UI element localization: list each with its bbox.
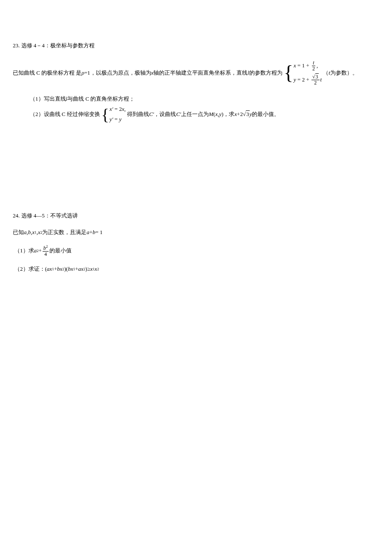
intro-text-d: （ — [323, 69, 329, 78]
problem-23-intro: 已知曲线 C 的极坐标方程 是 ρ =1，以极点为原点，极轴为 x 轴的正半轴建… — [13, 60, 379, 86]
p24-intro-b: 为正实数，且满足 — [42, 228, 86, 237]
q2-text-f: )，求 — [222, 110, 234, 119]
plus-sq: + — [39, 246, 42, 255]
intro-text-e: 为参数）。 — [330, 69, 358, 78]
p24-q2-a: （2）求证： — [14, 265, 45, 274]
intro-text-eq1: =1，以极点为原点，极轴为 — [84, 69, 151, 78]
comma-1: , — [317, 62, 318, 68]
t-var-2: t — [320, 76, 322, 83]
M-var: M — [209, 110, 213, 119]
sqrt3-body-1: 3 — [315, 73, 319, 80]
q2-text-c: ，设曲线 — [154, 110, 176, 119]
problem-24-q2: （2）求证： ( ax1 + bx2 ) ( bx1 + ax2 ) ≥ x1 … — [13, 265, 379, 274]
transform-eq-y: y′ = y — [110, 115, 126, 124]
frac-b2-4: b2 4 — [43, 245, 49, 257]
param-eq-y: y = 2 + √32t — [294, 74, 322, 86]
parametric-system: { x = 1 + t2, y = 2 + √32t — [284, 60, 322, 86]
yprime: y′ — [110, 116, 113, 122]
q2-text-g: 的最小值。 — [252, 110, 280, 119]
t-num: t — [313, 60, 314, 66]
yeq-text: = — [113, 116, 119, 122]
problem-24-intro: 已知 a, b, x1, x2 为正实数，且满足 a + b = 1 — [13, 228, 379, 237]
x-eq-text: = 1 + — [296, 62, 311, 68]
intro-text-b: 轴的正半轴建立平面直角坐标系，直线 — [153, 69, 248, 78]
two-den-1: 2 — [311, 66, 316, 72]
param-eq-x: x = 1 + t2, — [294, 60, 322, 72]
cond-eq1: = 1 — [95, 228, 103, 237]
sqrt3-2: √3 — [243, 110, 250, 119]
rhs-sub2: 2 — [97, 266, 99, 272]
problem-23-q2: （2）设曲线 C 经过伸缩变换 { x′ = 2x, y′ = y 得到曲线 C… — [13, 105, 379, 124]
four-den: 4 — [43, 252, 48, 257]
transform-eq-x: x′ = 2x, — [110, 105, 126, 114]
plus-1: + — [54, 265, 57, 274]
problem-23-q1: （1）写出直线 l 与曲线 C 的直角坐标方程； — [13, 95, 379, 104]
xprime: x′ — [110, 106, 113, 112]
q2-text-b: 得到曲线 — [127, 110, 149, 119]
comma-2: , — [124, 106, 126, 112]
problem-24-q1: （1）求 a2 + b2 4 的最小值 — [13, 245, 379, 257]
cprime-2: C′ — [176, 110, 181, 119]
cond-plus: + — [89, 228, 92, 237]
problem-23: 23. 选修 4－4：极坐标与参数方程 已知曲线 C 的极坐标方程 是 ρ =1… — [13, 41, 379, 124]
y-eq-text: = 2 + — [296, 76, 311, 83]
plus-2: + — [75, 265, 78, 274]
brace-left-icon-2: { — [101, 107, 109, 123]
bsq-exp: 2 — [46, 244, 48, 249]
problem-24-title: 24. 选修 4—5：不等式选讲 — [13, 211, 379, 220]
q2-text-a: （2）设曲线 C 经过伸缩变换 — [30, 110, 100, 119]
q1-text-b: 与曲线 C 的直角坐标方程； — [67, 95, 135, 104]
problem-24: 24. 选修 4—5：不等式选讲 已知 a, b, x1, x2 为正实数，且满… — [13, 211, 379, 274]
q1-text-a: （1）写出直线 — [30, 95, 66, 104]
p24-q1-a: （1）求 — [14, 246, 34, 255]
two-den-2: 2 — [313, 80, 317, 86]
xeq-text: = 2 — [113, 106, 122, 112]
intro-text-a: 已知曲线 C 的极坐标方程 是 — [13, 69, 81, 78]
cprime-1: C′ — [149, 110, 154, 119]
p24-intro-a: 已知 — [13, 228, 24, 237]
frac-sqrt3-2: √32 — [311, 74, 320, 86]
intro-text-c: 的参数方程为 — [249, 69, 282, 78]
expr-plus: + — [237, 110, 240, 119]
q2-y: y — [119, 116, 121, 122]
q2-text-d: 上任一点为 — [181, 110, 209, 119]
transform-system: { x′ = 2x, y′ = y — [101, 105, 126, 124]
p24-q1-b: 的最小值 — [49, 246, 72, 255]
ge-sym: ≥ — [87, 265, 90, 274]
sqrt3-body-2: 3 — [246, 110, 250, 117]
brace-left-icon: { — [284, 63, 293, 83]
problem-23-title: 23. 选修 4－4：极坐标与参数方程 — [13, 41, 379, 50]
sqrt3-1: √3 — [312, 74, 319, 80]
frac-t-2: t2 — [311, 60, 316, 72]
